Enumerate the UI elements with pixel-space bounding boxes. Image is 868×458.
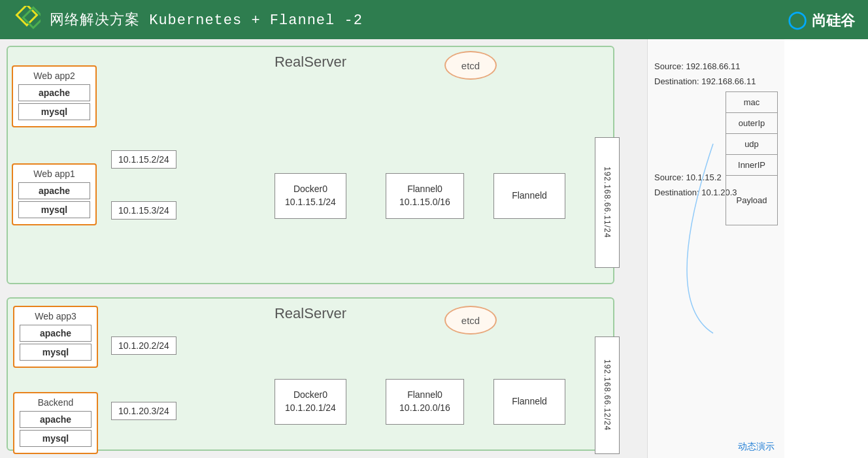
top-flannel0-line1: Flannel0: [407, 183, 442, 196]
bottom-flanneld-label: Flanneld: [512, 395, 547, 408]
webapp3-mysql: mysql: [20, 344, 92, 361]
backend-container: Backend apache mysql: [13, 392, 98, 454]
packet-mac: mac: [726, 92, 777, 113]
source-dest-bottom: Source: 10.1.15.2 Destination: 10.1.20.3: [654, 170, 737, 201]
logo-icon: [13, 6, 41, 33]
webapp2-apache: apache: [18, 84, 90, 101]
webapp3-apache: apache: [20, 325, 92, 342]
top-docker0-line1: Docker0: [293, 183, 327, 196]
etcd-top: etcd: [444, 51, 497, 80]
header: 网络解决方案 Kubernetes + Flannel -2 ◯ 尚硅谷: [0, 0, 868, 39]
bottom-vip: 192.168.66.12/24: [595, 336, 620, 454]
packet-innerip: InnerIP: [726, 155, 777, 176]
webapp3-label: Web app3: [20, 311, 92, 321]
webapp2-label: Web app2: [18, 71, 90, 81]
backend-label: Backend: [20, 397, 92, 408]
top-server-block: RealServer: [7, 46, 614, 284]
top-ip1: 10.1.15.2/24: [111, 150, 176, 169]
bottom-server-label: RealServer: [275, 305, 346, 322]
top-docker0-line2: 10.1.15.1/24: [285, 196, 336, 209]
etcd-bottom-label: etcd: [461, 315, 480, 326]
etcd-top-label: etcd: [461, 60, 480, 71]
brand-text: 尚硅谷: [812, 12, 855, 29]
source-top: Source: 192.168.66.11: [654, 59, 756, 74]
top-vip-text: 192.168.66.11/24: [603, 167, 612, 238]
bottom-ip2: 10.1.20.3/24: [111, 402, 176, 420]
header-left: 网络解决方案 Kubernetes + Flannel -2: [13, 6, 363, 33]
packet-table: mac outerIp udp InnerIP Payload: [726, 91, 778, 225]
bottom-flannel0-line1: Flannel0: [407, 389, 442, 402]
backend-apache: apache: [20, 411, 92, 428]
dynamic-text: 动态演示: [738, 441, 775, 451]
top-vip: 192.168.66.11/24: [595, 137, 620, 268]
backend-mysql: mysql: [20, 430, 92, 447]
top-flannel0-line2: 10.1.15.0/16: [399, 196, 450, 209]
source-dest-top: Source: 192.168.66.11 Destination: 192.1…: [654, 59, 756, 90]
bottom-docker0-line1: Docker0: [293, 389, 327, 402]
top-flanneld: Flanneld: [493, 173, 565, 219]
etcd-bottom: etcd: [444, 306, 497, 335]
bottom-vip-text: 192.168.66.12/24: [603, 359, 612, 431]
bottom-flannel0: Flannel0 10.1.20.0/16: [386, 379, 464, 425]
bottom-ip1: 10.1.20.2/24: [111, 336, 176, 355]
source-bottom: Source: 10.1.15.2: [654, 170, 737, 185]
diagram-area: RealServer etcd Web app2 apache mysql We…: [0, 39, 647, 458]
bottom-docker0-line2: 10.1.20.1/24: [285, 402, 336, 415]
webapp1-label: Web app1: [18, 169, 90, 179]
packet-udp: udp: [726, 134, 777, 155]
packet-payload: Payload: [726, 176, 777, 225]
top-server-label: RealServer: [275, 54, 346, 71]
top-flannel0: Flannel0 10.1.15.0/16: [386, 173, 464, 219]
dest-bottom: Destination: 10.1.20.3: [654, 185, 737, 200]
packet-outerip: outerIp: [726, 113, 777, 134]
webapp2-mysql: mysql: [18, 103, 90, 120]
bottom-flanneld: Flanneld: [493, 379, 565, 425]
brand-logo: ◯ 尚硅谷: [788, 9, 855, 31]
webapp1-container: Web app1 apache mysql: [12, 163, 97, 225]
header-title: 网络解决方案 Kubernetes + Flannel -2: [50, 10, 363, 29]
bottom-flannel0-line2: 10.1.20.0/16: [399, 402, 450, 415]
webapp1-mysql: mysql: [18, 201, 90, 218]
main-content: RealServer etcd Web app2 apache mysql We…: [0, 39, 868, 458]
brand-icon: ◯: [788, 10, 807, 29]
webapp1-apache: apache: [18, 182, 90, 199]
dest-top: Destination: 192.168.66.11: [654, 74, 756, 89]
top-docker0: Docker0 10.1.15.1/24: [275, 173, 346, 219]
bottom-docker0: Docker0 10.1.20.1/24: [275, 379, 346, 425]
top-ip2: 10.1.15.3/24: [111, 201, 176, 220]
top-flanneld-label: Flanneld: [512, 189, 547, 203]
dynamic-label: 动态演示: [738, 441, 775, 453]
webapp3-container: Web app3 apache mysql: [13, 306, 98, 368]
info-panel: Source: 192.168.66.11 Destination: 192.1…: [647, 39, 784, 458]
webapp2-container: Web app2 apache mysql: [12, 65, 97, 127]
